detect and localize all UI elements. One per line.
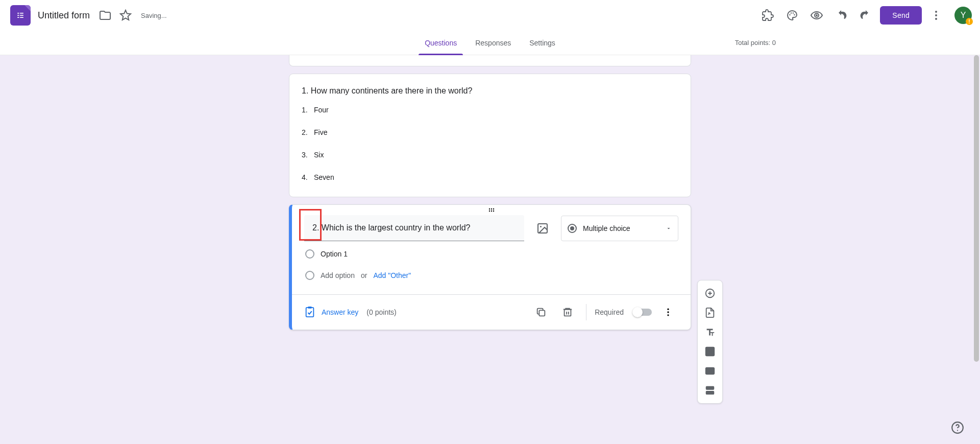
svg-rect-4	[17, 17, 19, 18]
svg-rect-5	[20, 17, 23, 18]
svg-point-27	[667, 311, 669, 313]
question-1-option: 4.Seven	[302, 173, 678, 181]
delete-icon[interactable]	[557, 302, 578, 322]
option-radio-icon	[305, 249, 314, 259]
undo-icon[interactable]	[831, 5, 851, 26]
question-1-option: 1.Four	[302, 106, 678, 114]
add-image-toolbar-icon[interactable]	[701, 342, 719, 361]
required-label: Required	[595, 308, 624, 316]
send-button[interactable]: Send	[880, 6, 922, 25]
svg-point-7	[791, 12, 792, 13]
option-label[interactable]: Option 1	[321, 250, 348, 258]
svg-point-28	[667, 314, 669, 316]
svg-rect-3	[20, 15, 23, 16]
svg-point-10	[816, 14, 818, 16]
svg-point-14	[488, 208, 489, 209]
svg-point-9	[794, 14, 795, 15]
help-icon[interactable]	[948, 418, 967, 437]
move-to-folder-icon[interactable]	[95, 5, 115, 26]
add-image-icon[interactable]	[536, 222, 549, 235]
svg-point-31	[707, 349, 709, 350]
svg-rect-25	[565, 310, 571, 316]
more-icon[interactable]	[926, 5, 946, 26]
tab-questions[interactable]: Questions	[419, 31, 463, 55]
add-video-icon[interactable]	[701, 362, 719, 380]
option-row[interactable]: Option 1	[304, 249, 678, 259]
answer-key-button[interactable]: Answer key	[322, 308, 358, 316]
question-1-title: 1. How many continents are there in the …	[302, 86, 678, 96]
svg-point-12	[935, 14, 937, 16]
question-more-icon[interactable]	[658, 302, 678, 322]
svg-rect-22	[306, 308, 314, 317]
import-questions-icon[interactable]	[701, 303, 719, 322]
add-option-text[interactable]: Add option	[321, 271, 355, 279]
option-radio-icon	[305, 271, 314, 280]
svg-point-8	[793, 12, 794, 13]
question-type-label: Multiple choice	[583, 224, 630, 232]
avatar-initial: Y	[961, 11, 966, 20]
svg-point-21	[540, 226, 542, 227]
add-title-icon[interactable]	[701, 323, 719, 341]
svg-rect-24	[540, 310, 545, 316]
customize-theme-icon[interactable]	[782, 5, 802, 26]
svg-point-11	[935, 11, 937, 13]
required-toggle[interactable]	[633, 309, 652, 316]
svg-point-13	[935, 18, 937, 20]
svg-point-17	[488, 211, 489, 212]
svg-rect-1	[20, 13, 23, 14]
or-text: or	[361, 271, 367, 279]
avatar-alert-badge: !	[966, 18, 973, 25]
svg-point-6	[790, 14, 791, 15]
svg-point-26	[667, 309, 669, 310]
points-label: (0 points)	[366, 308, 396, 316]
dropdown-caret-icon	[666, 225, 672, 231]
scrollbar-thumb[interactable]	[974, 55, 979, 362]
svg-point-16	[493, 208, 494, 209]
form-header-card-bottom[interactable]	[289, 55, 691, 66]
account-avatar[interactable]: Y !	[954, 7, 972, 24]
svg-rect-2	[17, 15, 19, 16]
svg-rect-0	[17, 13, 19, 14]
svg-point-15	[491, 208, 492, 209]
tab-responses[interactable]: Responses	[469, 31, 517, 55]
svg-rect-34	[706, 391, 714, 394]
add-question-icon[interactable]	[701, 284, 719, 302]
tab-settings[interactable]: Settings	[523, 31, 561, 55]
star-icon[interactable]	[115, 5, 136, 26]
drag-handle-icon[interactable]	[304, 205, 678, 215]
add-other-link[interactable]: Add "Other"	[373, 271, 411, 279]
svg-point-36	[957, 430, 958, 431]
forms-logo[interactable]	[10, 5, 31, 26]
svg-point-18	[491, 211, 492, 212]
separator	[586, 304, 586, 320]
preview-icon[interactable]	[806, 5, 827, 26]
addons-icon[interactable]	[757, 5, 778, 26]
total-points-label: Total points: 0	[735, 39, 776, 46]
question-1-option: 3.Six	[302, 151, 678, 159]
duplicate-icon[interactable]	[531, 302, 551, 322]
svg-rect-33	[706, 387, 714, 390]
answer-key-icon	[304, 307, 315, 318]
question-card-2-active[interactable]: Multiple choice Option 1 Add option or A…	[289, 204, 691, 330]
question-type-select[interactable]: Multiple choice	[561, 216, 678, 241]
radio-icon	[568, 224, 577, 233]
scrollbar[interactable]	[972, 55, 980, 444]
svg-point-19	[493, 211, 494, 212]
form-title[interactable]: Untitled form	[38, 10, 90, 21]
question-text-input[interactable]	[304, 215, 524, 241]
add-section-icon[interactable]	[701, 381, 719, 400]
svg-rect-23	[308, 307, 311, 309]
floating-toolbar	[697, 280, 723, 404]
redo-icon[interactable]	[855, 5, 876, 26]
question-1-option: 2.Five	[302, 128, 678, 136]
saving-status: Saving...	[141, 12, 167, 19]
question-card-1[interactable]: 1. How many continents are there in the …	[289, 74, 691, 197]
